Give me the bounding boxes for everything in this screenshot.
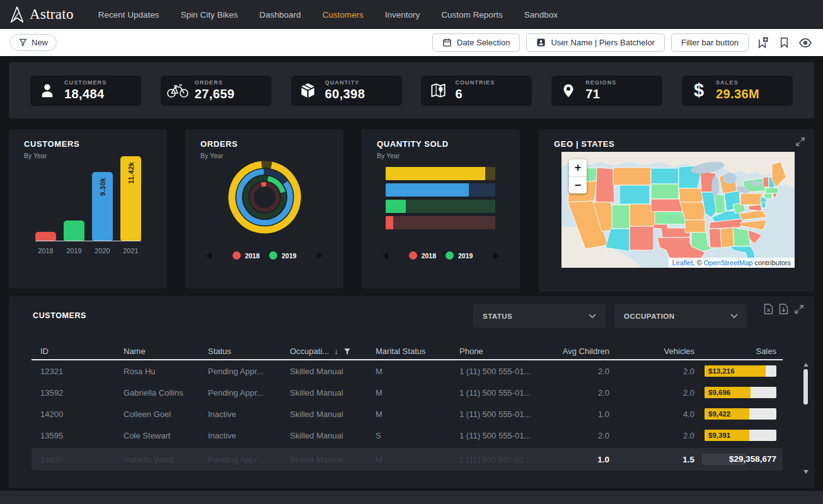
sort-desc-icon[interactable]: ↓ (334, 346, 338, 356)
orders-donut-svg (217, 150, 312, 244)
cell-id: 13595 (32, 431, 115, 440)
scrollbar-thumb[interactable] (803, 369, 808, 404)
cell-vehicles: 2.0 (609, 431, 694, 440)
cell-marital: M (367, 388, 451, 398)
legend-next-arrow[interactable] (317, 252, 323, 260)
cell-status: Pending Appr... (199, 388, 281, 398)
cell-phone: 1 (11) 500 555-01... (451, 388, 546, 398)
brand-logo[interactable]: Astrato (9, 6, 74, 23)
occupation-filter-dropdown[interactable]: OCCUPATION (614, 304, 747, 328)
filter-icon[interactable] (343, 348, 351, 355)
legend-item-2018[interactable]: 2018 (409, 251, 436, 260)
legend-dot (446, 251, 454, 260)
table-scrollbar[interactable] (803, 363, 809, 474)
kpi-orders[interactable]: ORDERS 27,659 (161, 76, 272, 106)
col-header-name[interactable]: Name (115, 346, 199, 356)
us-states-map[interactable]: + − Leaflet, © OpenStreetMap contributor… (561, 152, 795, 268)
nav-item-sandbox[interactable]: Sandbox (514, 10, 568, 20)
user-label: User Name | Piers Batchelor (551, 38, 655, 47)
filter-bar-button[interactable]: Filter bar button (671, 33, 749, 52)
legend-next-arrow[interactable] (493, 252, 499, 260)
legend-prev-arrow[interactable] (206, 252, 212, 260)
map-icon (421, 82, 455, 99)
svg-text:$: $ (694, 81, 704, 100)
col-header-id[interactable]: ID (32, 346, 115, 356)
nav-item-dashboard[interactable]: Dashboard (248, 10, 311, 20)
openstreetmap-link[interactable]: OpenStreetMap (704, 259, 753, 266)
zoom-out-button[interactable]: − (569, 176, 587, 193)
bar-2019[interactable] (64, 220, 84, 241)
col-header-vehicles[interactable]: Vehicles (609, 346, 694, 356)
bar-2020[interactable]: 9.30k (92, 172, 113, 241)
hbar-2018[interactable] (386, 216, 495, 229)
sales-bar: $9,391 (705, 430, 776, 441)
table-header-row: ID Name Status Occupati... ↓ Marital Sta… (32, 343, 783, 360)
col-header-sales[interactable]: Sales (694, 346, 783, 356)
totals-sales-value: $29,358,677 (729, 448, 776, 471)
x-axis-label: 2018 (35, 247, 56, 255)
bar-2021[interactable]: 11.42k (120, 156, 141, 241)
col-header-phone[interactable]: Phone (451, 346, 546, 356)
bar-2018[interactable] (35, 232, 56, 241)
cell-name: Gabriella Collins (115, 388, 199, 398)
col-header-occupation[interactable]: Occupati... ↓ (281, 346, 367, 356)
hbar-2020[interactable] (386, 183, 495, 197)
nav-item-recent-updates[interactable]: Recent Updates (88, 10, 170, 20)
kpi-regions[interactable]: REGIONS 71 (551, 76, 662, 106)
nav-item-customers[interactable]: Customers (311, 10, 374, 20)
document-export-icon[interactable] (779, 304, 788, 314)
cell-status: Pending Appr... (199, 367, 281, 376)
kpi-countries[interactable]: COUNTRIES 6 (421, 76, 532, 106)
table-row[interactable]: 13592Gabriella CollinsPending Appr...Ski… (32, 382, 783, 403)
nav-item-inventory[interactable]: Inventory (374, 10, 431, 20)
dollar-icon: $ (682, 81, 716, 100)
zoom-in-button[interactable]: + (569, 159, 587, 176)
dropdown-label: STATUS (483, 312, 512, 320)
legend-prev-arrow[interactable] (383, 252, 388, 260)
legend-label: 2019 (282, 252, 296, 260)
leaflet-link[interactable]: Leaflet (672, 259, 693, 266)
hbar-2021[interactable] (386, 167, 495, 180)
map-title: GEO | STATES (554, 139, 614, 149)
scroll-down-arrow[interactable] (803, 470, 809, 474)
calendar-icon (442, 38, 452, 47)
bookmark-icon[interactable] (776, 35, 791, 50)
table-row[interactable]: 13595Cole StewartInactiveSkilled ManualS… (32, 425, 783, 446)
nav-item-custom-reports[interactable]: Custom Reports (430, 10, 514, 20)
col-header-label: Occupati... (290, 346, 329, 356)
expand-icon[interactable] (795, 137, 805, 149)
excel-export-icon[interactable]: X (764, 304, 773, 314)
map-zoom-control: + − (569, 159, 587, 193)
user-button[interactable]: User Name | Piers Batchelor (526, 33, 665, 52)
table-body: 12321Rosa HuPending Appr...Skilled Manua… (32, 360, 783, 446)
status-filter-dropdown[interactable]: STATUS (473, 304, 606, 328)
col-header-status[interactable]: Status (199, 346, 281, 356)
col-header-marital[interactable]: Marital Status (367, 346, 451, 356)
chart-title: CUSTOMERS (24, 139, 79, 149)
nav-item-spin-city-bikes[interactable]: Spin City Bikes (170, 10, 249, 20)
legend-item-2019[interactable]: 2019 (446, 251, 473, 260)
date-selection-button[interactable]: Date Selection (432, 33, 521, 52)
quantity-hbar-plot (386, 167, 495, 232)
hbar-fill-2019 (386, 200, 406, 213)
cell-id: 13592 (32, 388, 115, 398)
expand-icon[interactable] (794, 304, 804, 314)
eye-icon[interactable] (798, 35, 813, 50)
attribution-text: , © (693, 259, 704, 266)
hbar-2019[interactable] (386, 200, 495, 213)
legend-item-2019[interactable]: 2019 (269, 251, 296, 260)
astrato-logo-icon (9, 6, 25, 23)
col-header-children[interactable]: Avg Children (546, 346, 609, 356)
new-filter-button[interactable]: New (10, 34, 57, 51)
donut-ring-2019[interactable] (243, 175, 287, 219)
legend-item-2018[interactable]: 2018 (233, 251, 260, 260)
table-row[interactable]: 12321Rosa HuPending Appr...Skilled Manua… (32, 360, 783, 382)
kpi-customers[interactable]: CUSTOMERS 18,484 (30, 76, 141, 106)
kpi-sales[interactable]: $ SALES 29.36M (682, 76, 793, 106)
bar-value-label: 9.30k (99, 178, 106, 196)
kpi-value: 18,484 (64, 87, 106, 101)
scroll-up-arrow[interactable] (803, 363, 809, 367)
kpi-quantity[interactable]: QUANTITY 60,398 (291, 76, 402, 106)
table-row[interactable]: 14200Colleen GoelInactiveSkilled ManualM… (32, 403, 783, 425)
bookmark-add-icon[interactable] (755, 35, 770, 50)
